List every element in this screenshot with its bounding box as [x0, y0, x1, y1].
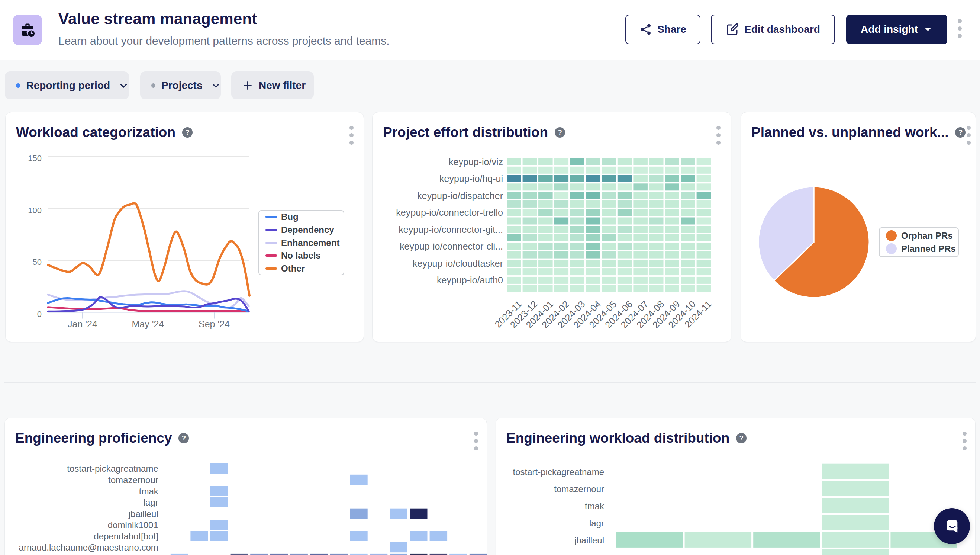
svg-text:dependabot[bot]: dependabot[bot]: [94, 531, 158, 541]
svg-text:50: 50: [33, 257, 42, 267]
svg-text:tmak: tmak: [585, 501, 604, 511]
svg-text:keypup-io/connector-cli...: keypup-io/connector-cli...: [400, 241, 503, 252]
svg-text:150: 150: [28, 154, 42, 163]
svg-text:tostart-pickagreatname: tostart-pickagreatname: [513, 467, 604, 477]
svg-text:dominik1001: dominik1001: [108, 520, 158, 530]
svg-text:lagr: lagr: [144, 497, 158, 507]
svg-text:May '24: May '24: [132, 319, 164, 329]
svg-text:keypup-io/connector-git...: keypup-io/connector-git...: [398, 224, 503, 235]
svg-text:jbailleul: jbailleul: [128, 509, 158, 519]
svg-text:tomazernour: tomazernour: [108, 475, 158, 485]
svg-text:tostart-pickagreatname: tostart-pickagreatname: [67, 464, 158, 473]
svg-text:dominik1001: dominik1001: [553, 553, 604, 555]
svg-text:tmak: tmak: [139, 486, 159, 496]
svg-text:Sep '24: Sep '24: [198, 319, 230, 329]
svg-text:0: 0: [37, 310, 42, 319]
svg-text:keypup-io/viz: keypup-io/viz: [449, 157, 503, 167]
svg-text:keypup-io/auth0: keypup-io/auth0: [437, 275, 503, 285]
svg-text:jbailleul: jbailleul: [574, 535, 604, 545]
svg-text:Jan '24: Jan '24: [68, 319, 98, 329]
svg-text:arnaud.lachaume@maestrano.com: arnaud.lachaume@maestrano.com: [19, 542, 158, 552]
svg-text:keypup-io/dispatcher: keypup-io/dispatcher: [417, 191, 503, 201]
svg-text:lagr: lagr: [589, 518, 604, 528]
svg-text:keypup-io/connector-trello: keypup-io/connector-trello: [396, 207, 503, 218]
svg-text:100: 100: [28, 206, 42, 215]
svg-text:keypup-io/cloudtasker: keypup-io/cloudtasker: [412, 258, 503, 269]
svg-text:keypup-io/hq-ui: keypup-io/hq-ui: [440, 173, 503, 184]
svg-text:tomazernour: tomazernour: [554, 484, 604, 494]
